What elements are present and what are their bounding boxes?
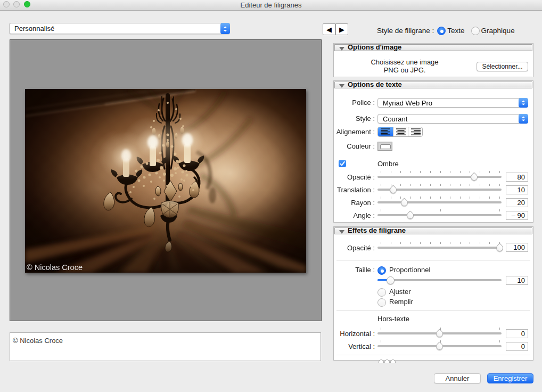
svg-text:© Nicolas Croce: © Nicolas Croce	[27, 263, 83, 272]
